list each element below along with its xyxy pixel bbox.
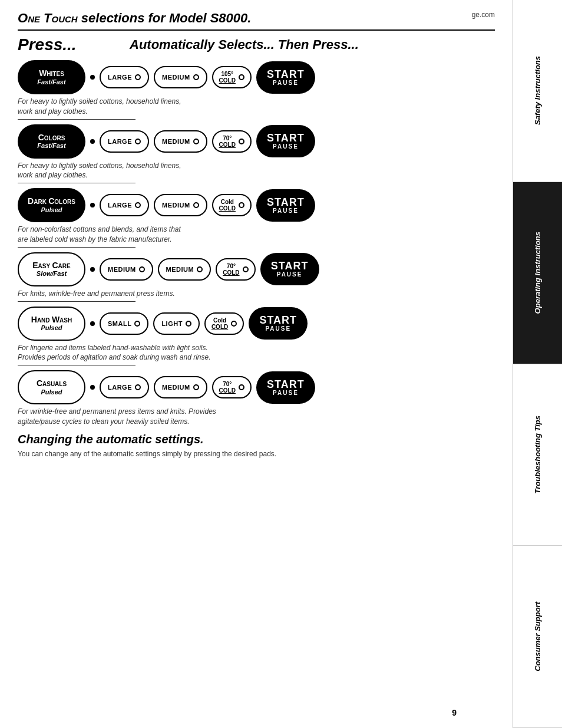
wash-row-2: Dark ColorsPulsedLARGEMEDIUMColdCOLDSTAR… <box>18 188 495 222</box>
temp-text-3: 70°COLD <box>223 263 239 276</box>
row-divider-4 <box>18 365 135 365</box>
temp-pill-3[interactable]: 70°COLD <box>216 258 255 281</box>
start-button-0[interactable]: STARTPAUSE <box>256 61 315 94</box>
dot-connector-4 <box>90 321 95 326</box>
pill-0-1[interactable]: MEDIUM <box>154 66 207 88</box>
temp-bottom-5: COLD <box>219 387 236 394</box>
start-button-1[interactable]: STARTPAUSE <box>256 125 315 157</box>
radio-dot-5-0 <box>135 384 141 390</box>
pill-1-0[interactable]: LARGE <box>100 130 149 153</box>
cycle-speed-0: Fast/Fast <box>37 78 65 85</box>
wash-row-0: WhitesFast/FastLARGEMEDIUM105°COLDSTARTP… <box>18 60 495 94</box>
pill-5-0[interactable]: LARGE <box>100 376 149 398</box>
start-button-3[interactable]: STARTPAUSE <box>260 253 319 285</box>
pause-label-2: PAUSE <box>273 207 299 214</box>
temp-top-5: 70° <box>219 381 236 387</box>
pill-label-1-1: MEDIUM <box>162 138 190 145</box>
pill-label-4-1: LIGHT <box>161 320 183 327</box>
sidebar-operating-label: Operating Instructions <box>533 232 543 314</box>
pill-4-0[interactable]: SMALL <box>100 312 148 335</box>
temp-pill-1[interactable]: 70°COLD <box>212 130 252 153</box>
sidebar-safety: Safety Instructions <box>513 0 562 182</box>
temp-pill-2[interactable]: ColdCOLD <box>212 194 252 216</box>
cycle-group-4: Hand WashPulsedSMALLLIGHTColdCOLDSTARTPA… <box>18 307 495 366</box>
pill-label-3-0: MEDIUM <box>108 266 136 273</box>
pill-1-1[interactable]: MEDIUM <box>154 130 207 153</box>
col-headers: Press... Automatically Selects... Then P… <box>18 35 495 54</box>
temp-pill-5[interactable]: 70°COLD <box>212 376 252 398</box>
temp-pill-0[interactable]: 105°COLD <box>212 66 252 88</box>
temp-bottom-2: COLD <box>219 205 236 212</box>
cycle-name-3: Easy Care <box>32 261 70 270</box>
changing-heading: Changing the automatic settings. <box>18 433 495 446</box>
temp-top-4: Cold <box>211 317 228 324</box>
cycle-speed-2: Pulsed <box>41 206 62 213</box>
temp-radio-dot-4 <box>231 321 237 327</box>
cycle-group-3: Easy CareSlow/FastMEDIUMMEDIUM70°COLDSTA… <box>18 252 495 302</box>
start-label-5: START <box>267 379 305 390</box>
start-button-2[interactable]: STARTPAUSE <box>256 189 315 222</box>
temp-radio-dot-3 <box>243 266 249 272</box>
pause-label-5: PAUSE <box>273 390 299 396</box>
pause-label-1: PAUSE <box>273 143 299 150</box>
cycle-button-5[interactable]: CasualsPulsed <box>18 370 85 404</box>
temp-text-0: 105°COLD <box>219 71 236 84</box>
temp-radio-dot-1 <box>239 139 244 144</box>
cycle-button-1[interactable]: ColorsFast/Fast <box>18 124 85 159</box>
cycle-button-2[interactable]: Dark ColorsPulsed <box>18 188 85 222</box>
temp-text-1: 70°COLD <box>219 135 236 148</box>
sidebar-troubleshooting: Troubleshooting Tips <box>513 364 562 546</box>
cycle-name-2: Dark Colors <box>28 197 75 206</box>
row-description-1: For heavy to lightly soiled cottons, hou… <box>18 161 495 181</box>
temp-top-0: 105° <box>219 71 236 77</box>
page-header: ge.com One Touch selections for Model S8… <box>18 11 495 31</box>
pill-0-0[interactable]: LARGE <box>100 66 149 88</box>
row-description-0: For heavy to lightly soiled cottons, hou… <box>18 97 495 117</box>
cycle-button-3[interactable]: Easy CareSlow/Fast <box>18 252 85 286</box>
pill-label-2-1: MEDIUM <box>162 202 190 209</box>
pause-label-3: PAUSE <box>277 271 303 278</box>
row-description-2: For non-colorfast cottons and blends, an… <box>18 225 495 245</box>
cycle-button-4[interactable]: Hand WashPulsed <box>18 307 85 341</box>
temp-bottom-3: COLD <box>223 269 239 276</box>
page-title: One Touch selections for Model S8000. <box>18 11 495 26</box>
start-label-4: START <box>259 315 297 325</box>
temp-bottom-0: COLD <box>219 77 236 84</box>
start-button-5[interactable]: STARTPAUSE <box>256 371 315 404</box>
dot-connector-0 <box>90 75 95 80</box>
main-content: ge.com One Touch selections for Model S8… <box>0 0 513 728</box>
sidebar-safety-label: Safety Instructions <box>533 56 543 125</box>
pill-label-3-1: MEDIUM <box>166 266 194 273</box>
dot-connector-2 <box>90 203 95 207</box>
start-label-2: START <box>267 197 305 207</box>
pill-2-1[interactable]: MEDIUM <box>154 194 207 216</box>
pill-label-5-1: MEDIUM <box>162 384 190 391</box>
row-divider-3 <box>18 301 135 302</box>
temp-radio-dot-5 <box>239 384 244 390</box>
dot-connector-1 <box>90 139 95 144</box>
pill-2-0[interactable]: LARGE <box>100 194 149 216</box>
row-divider-1 <box>18 183 135 183</box>
start-button-4[interactable]: STARTPAUSE <box>249 307 308 340</box>
pill-4-1[interactable]: LIGHT <box>153 312 200 335</box>
cycle-button-0[interactable]: WhitesFast/Fast <box>18 60 85 94</box>
sidebar-troubleshooting-label: Troubleshooting Tips <box>533 416 543 493</box>
wash-row-4: Hand WashPulsedSMALLLIGHTColdCOLDSTARTPA… <box>18 307 495 341</box>
temp-text-4: ColdCOLD <box>211 317 228 330</box>
pill-5-1[interactable]: MEDIUM <box>154 376 207 398</box>
row-divider-2 <box>18 247 135 248</box>
temp-text-2: ColdCOLD <box>219 199 236 212</box>
row-description-5: For wrinkle-free and permanent press ite… <box>18 407 495 427</box>
temp-top-2: Cold <box>219 199 236 205</box>
radio-dot-4-1 <box>186 321 191 327</box>
cycle-name-4: Hand Wash <box>31 315 72 324</box>
cycle-group-2: Dark ColorsPulsedLARGEMEDIUMColdCOLDSTAR… <box>18 188 495 248</box>
pill-3-0[interactable]: MEDIUM <box>100 258 153 281</box>
pill-label-1-0: LARGE <box>108 138 132 145</box>
ge-com: ge.com <box>472 11 495 19</box>
pill-3-1[interactable]: MEDIUM <box>158 258 211 281</box>
cycle-name-1: Colors <box>38 133 65 142</box>
auto-header: Automatically Selects... Then Press... <box>130 37 495 52</box>
temp-pill-4[interactable]: ColdCOLD <box>204 312 244 335</box>
cycle-speed-4: Pulsed <box>41 324 62 331</box>
